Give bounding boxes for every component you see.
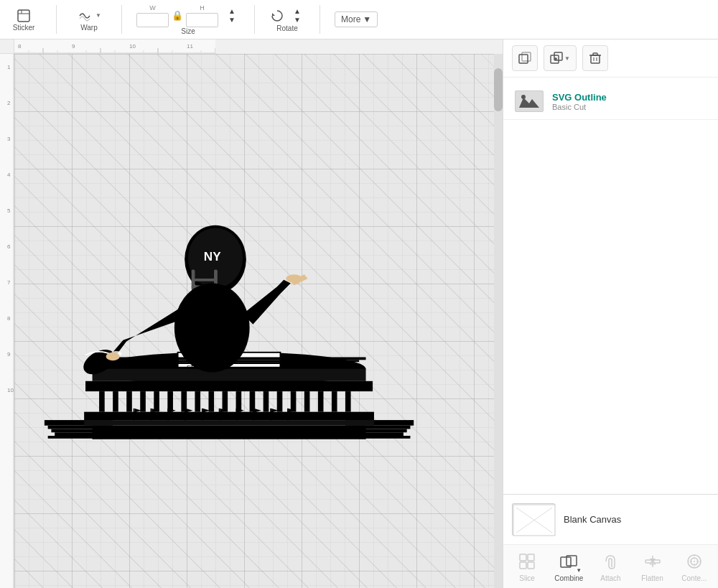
- delete-layer-button[interactable]: [582, 45, 608, 71]
- svg-text:7: 7: [7, 279, 11, 286]
- svg-rect-113: [192, 279, 215, 281]
- layer-type: Basic Cut: [552, 103, 607, 111]
- canvas-preview-area[interactable]: Blank Canvas: [503, 494, 718, 544]
- divider-3: [254, 5, 255, 34]
- svg-rect-83: [236, 409, 238, 421]
- svg-rect-55: [154, 391, 159, 412]
- combine-label: Combine: [554, 574, 583, 582]
- svg-rect-139: [520, 562, 526, 569]
- svg-rect-64: [277, 391, 283, 412]
- layer-list: SVG Outline Basic Cut: [503, 78, 718, 494]
- svg-text:4: 4: [7, 172, 11, 178]
- svg-text:9: 9: [7, 351, 11, 358]
- rotate-up-icon[interactable]: ▲: [289, 7, 305, 16]
- divider-1: [56, 5, 57, 34]
- combine-icon: ▼: [558, 551, 579, 572]
- svg-text:6: 6: [7, 243, 11, 250]
- svg-rect-58: [195, 391, 200, 412]
- svg-rect-101: [84, 420, 374, 426]
- svg-rect-59: [208, 391, 214, 412]
- attach-icon: [600, 551, 621, 572]
- svg-rect-0: [18, 10, 29, 22]
- rotate-down-icon[interactable]: ▼: [289, 16, 305, 24]
- svg-text:NY: NY: [204, 249, 221, 263]
- svg-rect-71: [134, 409, 135, 421]
- svg-rect-52: [113, 391, 118, 412]
- more-chevron-icon: ▼: [363, 14, 371, 24]
- svg-rect-60: [223, 391, 228, 412]
- width-input[interactable]: [136, 13, 169, 27]
- warp-label: Warp: [80, 24, 98, 32]
- svg-text:1: 1: [7, 64, 11, 70]
- vertical-scrollbar-thumb[interactable]: [494, 68, 503, 111]
- svg-rect-50: [85, 381, 373, 391]
- slice-tool[interactable]: Slice: [510, 551, 544, 582]
- flatten-tool[interactable]: Flatten: [635, 551, 670, 582]
- layer-name: SVG Outline: [552, 92, 607, 103]
- slice-icon: [516, 551, 538, 572]
- svg-text:9: 9: [72, 43, 75, 50]
- attach-label: Attach: [600, 574, 620, 582]
- svg-text:8: 8: [18, 43, 22, 50]
- layer-thumbnail: [515, 90, 544, 112]
- svg-point-120: [106, 353, 120, 360]
- svg-rect-89: [287, 409, 289, 421]
- svg-text:5: 5: [7, 207, 11, 214]
- svg-rect-102: [93, 426, 366, 439]
- warp-tool[interactable]: ▼ Warp: [71, 8, 107, 32]
- svg-rect-67: [318, 391, 324, 412]
- bottom-toolbar: Slice ▼ Combine Attach: [503, 544, 718, 588]
- right-panel: Layers Color Sync ✕ ▼: [503, 0, 718, 588]
- duplicate-layer-button[interactable]: [512, 45, 538, 71]
- svg-rect-138: [528, 554, 534, 561]
- artwork-svg: GIANTS STADIUM NY: [14, 177, 424, 465]
- svg-rect-75: [167, 409, 169, 421]
- height-down-icon[interactable]: ▼: [224, 16, 240, 24]
- canvas-area[interactable]: GIANTS STADIUM NY: [14, 54, 503, 588]
- warp-icon: [77, 8, 93, 24]
- svg-text:10: 10: [129, 43, 136, 50]
- contour-icon: [684, 551, 705, 572]
- more-button[interactable]: More ▼: [335, 11, 378, 27]
- svg-rect-53: [126, 391, 132, 412]
- svg-marker-145: [650, 559, 656, 563]
- height-input[interactable]: [186, 13, 218, 27]
- svg-rect-85: [253, 409, 254, 421]
- layer-info: SVG Outline Basic Cut: [552, 92, 607, 111]
- svg-point-121: [286, 274, 302, 282]
- slice-label: Slice: [519, 574, 535, 582]
- flatten-icon: [642, 551, 663, 572]
- svg-rect-128: [591, 55, 600, 63]
- rotate-icon: [269, 8, 285, 24]
- top-toolbar: Sticker ▼ Warp W 🔒 H: [0, 0, 718, 39]
- rotate-label: Rotate: [276, 24, 297, 32]
- sticker-label: Sticker: [13, 24, 35, 32]
- svg-text:8: 8: [7, 315, 11, 322]
- svg-rect-140: [528, 562, 534, 569]
- svg-point-117: [174, 284, 250, 373]
- svg-rect-77: [185, 409, 186, 421]
- svg-rect-49: [93, 369, 366, 381]
- rotate-tool[interactable]: ▲ ▼ Rotate: [269, 7, 305, 32]
- contour-tool[interactable]: Conte...: [677, 551, 712, 582]
- svg-rect-69: [345, 391, 351, 412]
- panel-toolbar: ▼: [503, 39, 718, 78]
- svg-rect-73: [151, 409, 152, 421]
- warp-chevron-icon: ▼: [95, 12, 101, 19]
- attach-tool[interactable]: Attach: [593, 551, 628, 582]
- add-layer-button[interactable]: ▼: [544, 45, 577, 71]
- ruler-vertical: 1 2 3 4 5 6 7 8 9 10: [0, 39, 14, 588]
- contour-label: Conte...: [681, 574, 707, 582]
- svg-point-133: [521, 95, 526, 99]
- svg-rect-79: [202, 409, 203, 421]
- svg-rect-122: [519, 55, 528, 63]
- svg-rect-65: [291, 391, 297, 412]
- svg-text:3: 3: [7, 136, 11, 142]
- sticker-tool[interactable]: Sticker: [6, 8, 42, 32]
- combine-tool[interactable]: ▼ Combine: [551, 551, 586, 582]
- lock-icon[interactable]: 🔒: [172, 10, 183, 21]
- height-up-icon[interactable]: ▲: [224, 7, 240, 16]
- layer-item[interactable]: SVG Outline Basic Cut: [503, 83, 718, 120]
- ruler-corner: [0, 39, 14, 54]
- size-label: Size: [181, 27, 195, 35]
